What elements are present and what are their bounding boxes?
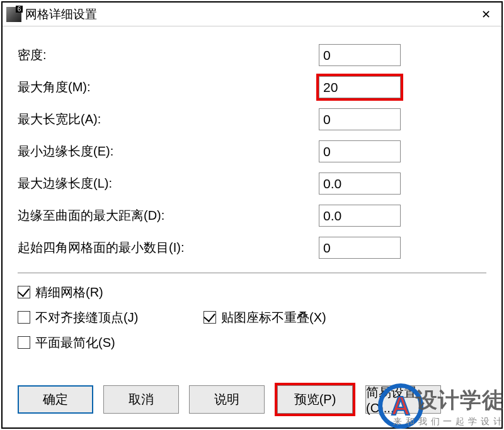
input-max-angle[interactable] <box>319 76 401 98</box>
label-max-angle: 最大角度(M): <box>18 79 316 96</box>
check-jagged-label: 不对齐接缝顶点(J) <box>35 309 138 326</box>
check-simple-plane-label: 平面最简化(S) <box>35 334 115 351</box>
input-max-dist[interactable] <box>319 205 401 227</box>
row-density: 密度: <box>18 39 486 71</box>
check-pack-tex[interactable]: 贴图座标不重叠(X) <box>203 306 389 329</box>
highlight-max-angle <box>316 74 403 101</box>
simple-settings-button[interactable]: 简易设置(C)... <box>365 385 441 414</box>
button-bar: 确定 取消 说明 预览(P) 简易设置(C)... <box>18 383 441 416</box>
check-refine[interactable]: 精细网格(R) <box>18 281 203 303</box>
row-init-quad: 起始四角网格面的最小数目(I): <box>18 232 486 264</box>
check-simple-plane[interactable]: 平面最简化(S) <box>18 331 203 354</box>
input-density[interactable] <box>319 44 401 66</box>
check-refine-label: 精细网格(R) <box>35 284 103 301</box>
label-max-aspect: 最大长宽比(A): <box>18 111 316 128</box>
row-max-angle: 最大角度(M): <box>18 71 486 103</box>
label-density: 密度: <box>18 47 316 64</box>
row-max-aspect: 最大长宽比(A): <box>18 103 486 135</box>
watermark-subtitle: 来 和 我 们 一 起 学 设 计 <box>393 416 503 427</box>
row-max-dist: 边缘至曲面的最大距离(D): <box>18 200 486 232</box>
check-jagged[interactable]: 不对齐接缝顶点(J) <box>18 306 203 329</box>
label-min-edge: 最小边缘长度(E): <box>18 143 316 160</box>
input-init-quad[interactable] <box>319 237 401 259</box>
help-button[interactable]: 说明 <box>189 385 265 414</box>
dialog-window: 网格详细设置 ✕ 密度: 最大角度(M): 最大长宽比(A): <box>1 1 503 429</box>
content-area: 密度: 最大角度(M): 最大长宽比(A): 最小边缘长度(E): <box>3 26 501 354</box>
row-max-edge: 最大边缘长度(L): <box>18 167 486 200</box>
check-pack-tex-label: 贴图座标不重叠(X) <box>221 309 326 326</box>
row-min-edge: 最小边缘长度(E): <box>18 135 486 167</box>
window-title: 网格详细设置 <box>25 6 97 23</box>
checkbox-group: 精细网格(R) 不对齐接缝顶点(J) 贴图座标不重叠(X) 平面最简化(S) <box>18 281 486 354</box>
checkbox-icon <box>18 286 30 298</box>
checkbox-icon <box>203 311 216 324</box>
close-button[interactable]: ✕ <box>470 3 501 26</box>
label-init-quad: 起始四角网格面的最小数目(I): <box>18 239 316 256</box>
cancel-button[interactable]: 取消 <box>103 385 179 414</box>
ok-button[interactable]: 确定 <box>18 385 93 414</box>
close-icon: ✕ <box>481 8 491 21</box>
label-max-edge: 最大边缘长度(L): <box>18 175 316 192</box>
input-min-edge[interactable] <box>319 140 401 162</box>
check-row2: 不对齐接缝顶点(J) 贴图座标不重叠(X) <box>18 306 486 329</box>
preview-button[interactable]: 预览(P) <box>277 385 353 414</box>
input-max-aspect[interactable] <box>319 108 401 130</box>
checkbox-icon <box>18 311 30 324</box>
titlebar: 网格详细设置 ✕ <box>3 3 501 26</box>
input-max-edge[interactable] <box>319 173 401 195</box>
checkbox-icon <box>18 336 30 349</box>
highlight-preview: 预览(P) <box>275 383 355 416</box>
label-max-dist: 边缘至曲面的最大距离(D): <box>18 207 316 224</box>
app-icon <box>6 7 21 22</box>
separator <box>18 273 486 273</box>
